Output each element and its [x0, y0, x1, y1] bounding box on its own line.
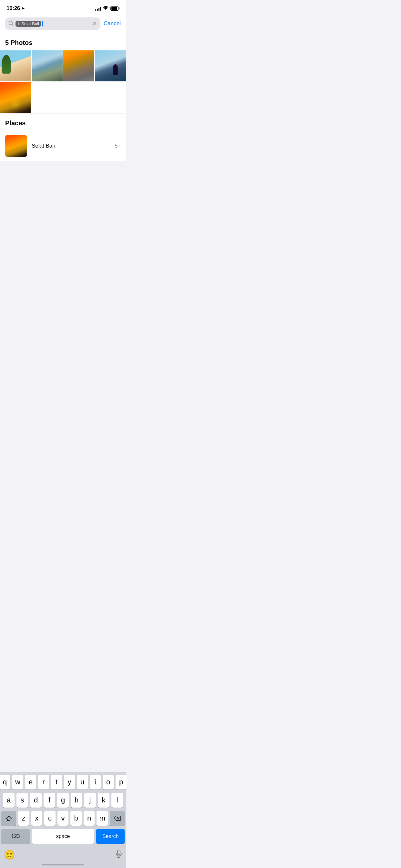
photo-cell-3[interactable] — [63, 51, 94, 82]
photo-image-1 — [0, 51, 31, 82]
battery-icon — [111, 6, 120, 11]
places-section-header: Places — [0, 114, 126, 131]
location-pin-icon: ⬆ — [18, 22, 20, 26]
clear-button[interactable]: ✕ — [92, 21, 97, 27]
status-icons — [95, 6, 120, 11]
person-silhouette — [113, 64, 118, 75]
search-input-content: ⬆ Selat Bali — [16, 21, 90, 27]
wifi-icon — [103, 6, 109, 11]
place-info: Selat Bali — [32, 143, 110, 149]
search-area: ⬆ Selat Bali ✕ Cancel — [0, 14, 126, 33]
main-content: 5 Photos — [0, 33, 126, 113]
photo-cell-4[interactable] — [95, 51, 126, 82]
search-icon — [8, 21, 13, 27]
svg-point-0 — [105, 9, 106, 10]
place-row[interactable]: Selat Bali 5 › — [0, 131, 126, 161]
location-badge: ⬆ Selat Bali — [16, 21, 41, 27]
status-bar: 10:26 ➤ — [0, 0, 126, 14]
time-display: 10:26 — [6, 5, 20, 11]
places-section: Places Selat Bali 5 › — [0, 114, 126, 161]
location-badge-text: Selat Bali — [21, 21, 39, 26]
photo-image-4 — [95, 51, 126, 82]
photo-image-5 — [0, 82, 31, 113]
photo-cell-1[interactable] — [0, 51, 31, 82]
place-thumbnail — [5, 135, 27, 157]
search-bar[interactable]: ⬆ Selat Bali ✕ — [5, 18, 100, 30]
photo-cell-5[interactable] — [0, 82, 31, 113]
place-meta: 5 › — [115, 143, 121, 149]
cursor — [42, 21, 43, 27]
photo-image-2 — [32, 51, 63, 82]
chevron-right-icon: › — [119, 143, 121, 149]
cancel-button[interactable]: Cancel — [104, 20, 121, 27]
status-time: 10:26 ➤ — [6, 5, 25, 11]
signal-icon — [95, 6, 101, 11]
photo-image-3 — [63, 51, 94, 82]
place-count: 5 — [115, 143, 118, 149]
photos-section-header: 5 Photos — [0, 33, 126, 51]
photos-grid — [0, 51, 126, 113]
location-arrow-icon: ➤ — [21, 6, 25, 11]
svg-line-2 — [12, 24, 13, 26]
empty-space — [0, 161, 126, 180]
place-name: Selat Bali — [32, 143, 110, 149]
photo-cell-2[interactable] — [32, 51, 63, 82]
